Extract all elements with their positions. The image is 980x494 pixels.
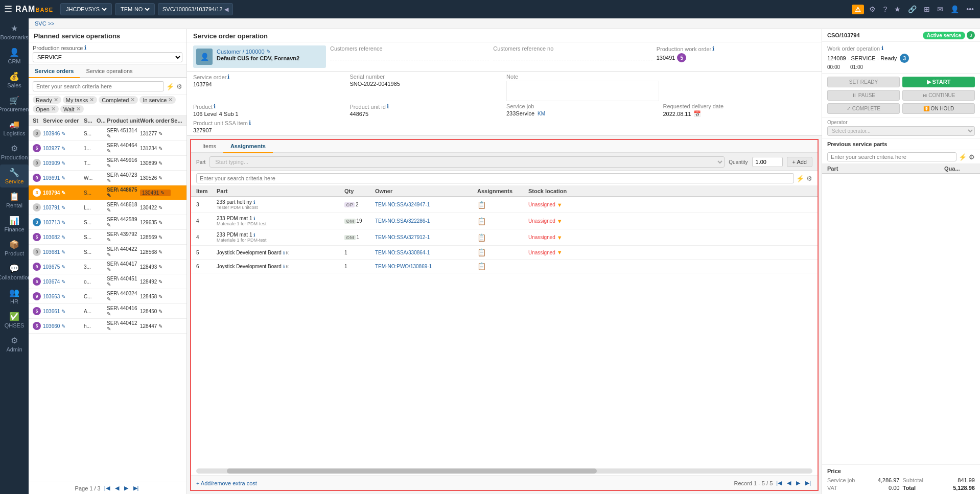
tab-assignments[interactable]: Assignments (223, 140, 273, 153)
operator-select[interactable]: Select operator... (827, 126, 975, 136)
remove-wait-tag[interactable]: ✕ (76, 106, 81, 112)
assignment-icon[interactable]: 📋 (477, 201, 528, 209)
grid-icon[interactable]: ⊞ (922, 3, 932, 15)
template-select[interactable]: TEM-NO (119, 6, 151, 13)
order-link[interactable]: 103681 ✎ (43, 249, 65, 255)
prev-settings-icon[interactable]: ⚙ (969, 153, 975, 161)
table-row[interactable]: 5 103674 ✎ o... SER\ 440451 ✎ 128492 ✎ (29, 274, 186, 289)
remove-in-service-tag[interactable]: ✕ (168, 97, 173, 103)
sidebar-item-sales[interactable]: 💰 Sales (0, 68, 29, 91)
quantity-input[interactable] (752, 157, 783, 167)
order-link[interactable]: 103660 ✎ (43, 323, 65, 329)
sidebar-item-production[interactable]: ⚙ Production (0, 140, 29, 163)
customers-reference-input[interactable] (330, 53, 489, 60)
system-selector[interactable]: JHCDEVSYS (60, 3, 112, 15)
part-info-icon[interactable]: ℹ (253, 200, 255, 205)
items-table-row[interactable]: 6 Joystick Development Board ℹ K 1 TEM-N… (191, 260, 818, 273)
items-last-btn[interactable]: ▶| (804, 479, 812, 487)
items-settings-icon[interactable]: ⚙ (806, 175, 812, 182)
remove-ready-tag[interactable]: ✕ (54, 97, 58, 103)
order-link[interactable]: 103713 ✎ (43, 220, 65, 225)
order-link[interactable]: 103675 ✎ (43, 264, 65, 270)
owner-ref-link[interactable]: TEM-NO:SSA/327912-1 (375, 234, 477, 240)
column-settings-icon[interactable]: ⚙ (176, 83, 182, 90)
table-row-active[interactable]: 3 103794 ✎ S... SER\ 448675 ✎ 130491 ✎ (29, 185, 186, 200)
sidebar-item-bookmarks[interactable]: ★ Bookmarks (0, 20, 29, 43)
user-icon[interactable]: 👤 (948, 3, 961, 15)
breadcrumb-link[interactable]: SVC >> (35, 20, 55, 27)
template-selector[interactable]: TEM-NO (115, 3, 155, 15)
assignment-icon[interactable]: 📋 (477, 233, 528, 242)
system-select[interactable]: JHCDEVSYS (64, 6, 108, 13)
tab-service-operations[interactable]: Service operations (80, 65, 138, 78)
order-link[interactable]: 103794 ✎ (43, 190, 65, 196)
remove-open-tag[interactable]: ✕ (51, 106, 56, 112)
owner-ref-link[interactable]: TEM-NO:PWO/130869-1 (375, 264, 477, 269)
last-page-btn[interactable]: ▶| (132, 484, 141, 492)
customers-reference-no-input[interactable] (493, 53, 652, 60)
items-filter-icon[interactable]: ⚡ (796, 175, 804, 182)
table-row[interactable]: 0 103791 ✎ L... SER\ 448618 ✎ 130422 ✎ (29, 200, 186, 215)
km-link[interactable]: KM (538, 111, 545, 116)
order-link[interactable]: 103682 ✎ (43, 234, 65, 240)
link-icon[interactable]: 🔗 (906, 3, 919, 15)
horizontal-scrollbar[interactable] (196, 468, 812, 474)
items-next-btn[interactable]: ▶ (795, 479, 802, 487)
complete-button[interactable]: ✓ COMPLETE (827, 103, 900, 114)
order-link[interactable]: 103909 ✎ (43, 160, 65, 166)
mail-icon[interactable]: ✉ (935, 3, 945, 15)
table-row[interactable]: 9 103663 ✎ C... SER\ 440324 ✎ 128458 ✎ (29, 289, 186, 304)
table-row[interactable]: 5 103661 ✎ A... SER\ 440416 ✎ 128450 ✎ (29, 304, 186, 319)
sidebar-item-rental[interactable]: 📋 Rental (0, 189, 29, 211)
on-hold-button[interactable]: ⏬ ON HOLD (902, 103, 975, 114)
part-info-icon[interactable]: ℹ (283, 250, 285, 255)
sidebar-item-qhses[interactable]: ✅ QHSES (0, 309, 29, 332)
part-select[interactable]: Start typing... (209, 156, 725, 168)
table-row[interactable]: 3 103713 ✎ S... SER\ 442589 ✎ 129635 ✎ (29, 215, 186, 230)
items-table-row[interactable]: 5 Joystick Development Board ℹ K 1 TEM-N… (191, 246, 818, 260)
table-row[interactable]: 9 103691 ✎ W... SER\ 440723 ✎ 130526 ✎ (29, 171, 186, 185)
set-ready-button[interactable]: SET READY (827, 77, 900, 87)
owner-ref-link[interactable]: TEM-NO:SSA/330864-1 (375, 250, 477, 255)
order-link[interactable]: 103927 ✎ (43, 146, 65, 151)
table-row[interactable]: 0 103909 ✎ T... SER\ 449916 ✎ 130899 ✎ (29, 156, 186, 171)
part-info-icon[interactable]: ℹ (253, 232, 255, 238)
items-first-btn[interactable]: |◀ (775, 479, 783, 487)
order-link[interactable]: 103674 ✎ (43, 279, 65, 285)
table-row[interactable]: 9 103675 ✎ 3... SER\ 440417 ✎ 128493 ✎ (29, 260, 186, 274)
sidebar-item-logistics[interactable]: 🚚 Logistics (0, 116, 29, 139)
sidebar-item-crm[interactable]: 👤 CRM (0, 44, 29, 67)
table-row[interactable]: 5 103682 ✎ S... SER\ 439792 ✎ 128569 ✎ (29, 230, 186, 245)
continue-button[interactable]: ⏯ CONTINUE (902, 90, 975, 101)
items-table-row[interactable]: 4 233 PDM mat 1 ℹ Materiale 1 for PDM-te… (191, 229, 818, 246)
note-textarea[interactable] (506, 81, 659, 101)
prev-filter-icon[interactable]: ⚡ (959, 153, 967, 161)
sidebar-item-admin[interactable]: ⚙ Admin (0, 333, 29, 356)
tab-service-orders[interactable]: Service orders (29, 65, 80, 78)
items-table-row[interactable]: 3 233 part helt ny ℹ Tester PDM unitcost… (191, 197, 818, 213)
filter-icon[interactable]: ⚡ (166, 83, 174, 90)
production-resource-select[interactable]: SERVICE (33, 52, 182, 62)
sidebar-item-finance[interactable]: 📊 Finance (0, 213, 29, 236)
first-page-btn[interactable]: |◀ (103, 484, 111, 492)
table-row[interactable]: 5 103660 ✎ h... SER\ 440412 ✎ 128447 ✎ (29, 319, 186, 334)
sidebar-item-procurement[interactable]: 🛒 Procurement (0, 92, 29, 115)
order-link[interactable]: 103946 ✎ (43, 131, 65, 136)
prev-parts-search-input[interactable] (827, 152, 956, 161)
more-icon[interactable]: ••• (964, 3, 976, 15)
stock-dropdown-icon[interactable]: ▼ (557, 249, 563, 255)
hamburger-menu[interactable]: ☰ (4, 4, 12, 15)
items-search-input[interactable] (196, 173, 794, 183)
stock-dropdown-icon[interactable]: ▼ (557, 218, 563, 224)
sidebar-item-product[interactable]: 📦 Product (0, 237, 29, 260)
star-icon[interactable]: ★ (892, 3, 903, 15)
sidebar-item-service[interactable]: 🔧 Service (0, 164, 29, 187)
prev-page-btn[interactable]: ◀ (113, 484, 121, 492)
sidebar-item-collaboration[interactable]: 💬 Collaboration (0, 261, 29, 284)
table-row[interactable]: 5 103927 ✎ 1... SER\ 440464 ✎ 131234 ✎ (29, 141, 186, 156)
add-cost-button[interactable]: + Add/remove extra cost (196, 480, 257, 486)
owner-ref-link[interactable]: TEM-NO:SSA/324947-1 (375, 202, 477, 207)
calendar-icon[interactable]: 📅 (693, 110, 701, 117)
tab-items[interactable]: Items (195, 140, 223, 153)
start-button[interactable]: ▶ START (902, 77, 975, 87)
